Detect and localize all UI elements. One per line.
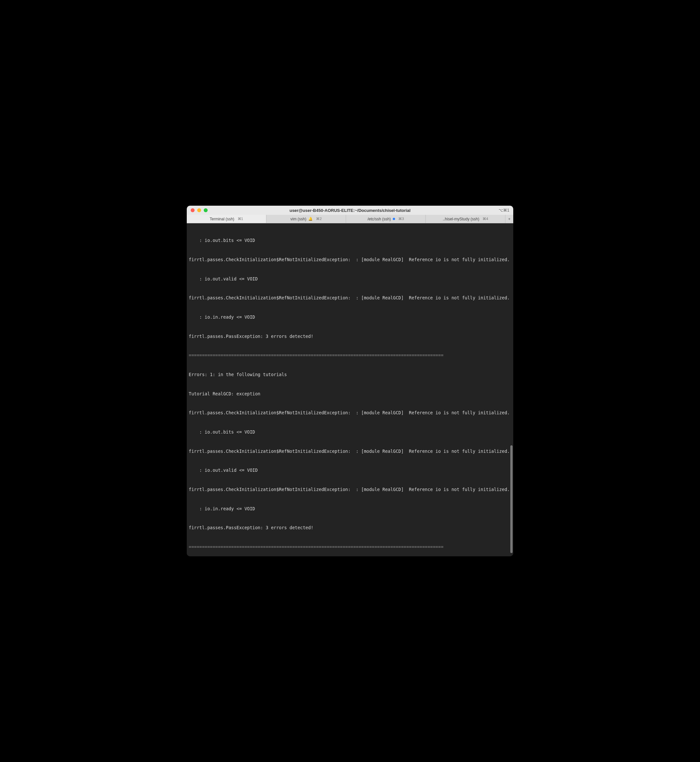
titlebar: user@user-B450-AORUS-ELITE:~/Documents/c… xyxy=(187,206,513,215)
zoom-button[interactable] xyxy=(204,208,208,212)
output-line: firrtl.passes.CheckInitialization$RefNot… xyxy=(189,410,511,416)
tab-label: vim (ssh) xyxy=(291,217,306,221)
output-line: firrtl.passes.CheckInitialization$RefNot… xyxy=(189,295,511,301)
output-line: Errors: 1: in the following tutorials xyxy=(189,372,511,378)
divider-line: ========================================… xyxy=(189,544,511,550)
output-line: firrtl.passes.PassException: 3 errors de… xyxy=(189,333,511,340)
tab-label: /etc/ssh (ssh) xyxy=(368,217,391,221)
output-line: firrtl.passes.PassException: 3 errors de… xyxy=(189,525,511,531)
output-line: Tutorial RealGCD: exception xyxy=(189,391,511,397)
tab-label: ..hisel-myStudy (ssh) xyxy=(443,217,479,221)
window-shortcut: ⌥⌘1 xyxy=(498,208,509,212)
terminal-window: user@user-B450-AORUS-ELITE:~/Documents/c… xyxy=(187,206,513,556)
output-line: : io.out.valid <= VOID xyxy=(189,467,511,474)
output-line: : io.out.bits <= VOID xyxy=(189,429,511,436)
tab-label: Terminal (ssh) xyxy=(209,217,234,221)
tab-chisel-mystudy[interactable]: ..hisel-myStudy (ssh) ⌘4 xyxy=(426,215,505,223)
tab-shortcut: ⌘4 xyxy=(483,217,488,221)
tab-shortcut: ⌘1 xyxy=(238,217,243,221)
activity-dot-icon xyxy=(393,218,395,220)
tab-etc-ssh[interactable]: /etc/ssh (ssh) ⌘3 xyxy=(346,215,426,223)
output-line: : io.in.ready <= VOID xyxy=(189,314,511,321)
new-tab-button[interactable]: + xyxy=(505,215,513,223)
scrollbar-thumb[interactable] xyxy=(510,445,512,553)
tab-shortcut: ⌘2 xyxy=(316,217,322,221)
output-line: firrtl.passes.CheckInitialization$RefNot… xyxy=(189,448,511,455)
tab-vim[interactable]: vim (ssh) 🔔 ⌘2 xyxy=(266,215,346,223)
divider-line: ========================================… xyxy=(189,352,511,359)
tab-shortcut: ⌘3 xyxy=(398,217,404,221)
output-line: firrtl.passes.CheckInitialization$RefNot… xyxy=(189,257,511,263)
output-line: : io.out.bits <= VOID xyxy=(189,237,511,244)
bell-icon: 🔔 xyxy=(308,217,313,221)
tab-bar: Terminal (ssh) ⌘1 vim (ssh) 🔔 ⌘2 /etc/ss… xyxy=(187,215,513,223)
output-line: firrtl.passes.CheckInitialization$RefNot… xyxy=(189,486,511,493)
traffic-lights xyxy=(191,208,208,212)
output-line: : io.in.ready <= VOID xyxy=(189,506,511,512)
terminal-content[interactable]: : io.out.bits <= VOID firrtl.passes.Chec… xyxy=(187,223,513,556)
output-line: : io.out.valid <= VOID xyxy=(189,276,511,283)
tab-terminal[interactable]: Terminal (ssh) ⌘1 xyxy=(187,215,266,223)
minimize-button[interactable] xyxy=(197,208,201,212)
close-button[interactable] xyxy=(191,208,195,212)
window-title: user@user-B450-AORUS-ELITE:~/Documents/c… xyxy=(187,208,513,213)
